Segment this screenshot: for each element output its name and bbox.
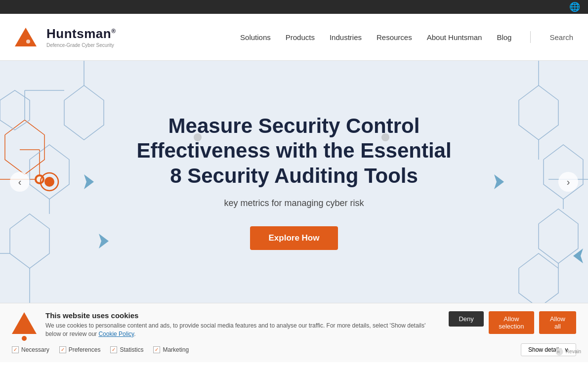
hero-section: Measure Security Control Effectiveness w…: [0, 61, 588, 303]
statistics-checkbox[interactable]: ✓: [110, 346, 117, 353]
logo-text: Huntsman® Defence-Grade Cyber Security: [46, 26, 116, 48]
cookie-text-area: This website uses cookies We use cookies…: [45, 311, 440, 338]
svg-point-24: [44, 177, 54, 187]
svg-marker-19: [494, 174, 504, 189]
statistics-label: Statistics: [120, 346, 143, 353]
nav-divider: [530, 31, 531, 43]
cookie-statistics-check: ✓ Statistics: [110, 346, 143, 353]
logo-triangle-icon: [15, 28, 37, 46]
cookie-title: This website uses cookies: [45, 311, 440, 320]
navbar: Huntsman® Defence-Grade Cyber Security S…: [0, 14, 588, 61]
nav-resources[interactable]: Resources: [377, 33, 412, 41]
marketing-checkbox[interactable]: ✓: [153, 346, 160, 353]
cookie-policy-link[interactable]: Cookie Policy: [98, 331, 134, 337]
nav-about[interactable]: About Huntsman: [427, 33, 482, 41]
svg-marker-11: [84, 174, 94, 189]
cookie-allow-all-button[interactable]: Allow all: [539, 311, 576, 334]
cookie-necessary-check: ✓ Necessary: [12, 346, 49, 353]
svg-marker-12: [99, 234, 109, 248]
hero-title: Measure Security Control Effectiveness w…: [131, 114, 457, 188]
nav-solutions[interactable]: Solutions: [240, 33, 271, 41]
revain-badge: R Revain: [555, 347, 581, 356]
nav-products[interactable]: Products: [286, 33, 315, 41]
cookie-description: We use cookies to personalise content an…: [45, 322, 440, 338]
necessary-label: Necessary: [21, 346, 49, 353]
cookie-deny-button[interactable]: Deny: [449, 311, 483, 327]
cookie-banner: This website uses cookies We use cookies…: [0, 303, 588, 362]
necessary-checkbox[interactable]: ✓: [12, 346, 19, 353]
globe-icon[interactable]: 🌐: [569, 1, 580, 12]
cookie-buttons: Deny Allow selection Allow all: [449, 311, 576, 334]
cookie-marketing-check: ✓ Marketing: [153, 346, 189, 353]
preferences-label: Preferences: [69, 346, 101, 353]
carousel-next-button[interactable]: ›: [558, 172, 578, 192]
logo-tagline: Defence-Grade Cyber Security: [46, 42, 116, 48]
cookie-preferences-check: ✓ Preferences: [59, 346, 101, 353]
top-bar: 🌐: [0, 0, 588, 14]
cookie-logo-icon: [12, 312, 37, 337]
hero-content: Measure Security Control Effectiveness w…: [121, 114, 467, 250]
nav-blog[interactable]: Blog: [497, 33, 511, 41]
carousel-prev-button[interactable]: ‹: [10, 172, 30, 192]
revain-icon: R: [555, 347, 564, 356]
nav-industries[interactable]: Industries: [330, 33, 362, 41]
preferences-checkbox[interactable]: ✓: [59, 346, 66, 353]
logo-area[interactable]: Huntsman® Defence-Grade Cyber Security: [15, 26, 116, 48]
cookie-allow-selection-button[interactable]: Allow selection: [489, 311, 534, 334]
search-link[interactable]: Search: [549, 33, 573, 41]
cookie-top-area: This website uses cookies We use cookies…: [12, 311, 576, 338]
revain-label: Revain: [566, 349, 581, 354]
logo-brand-name: Huntsman®: [46, 26, 116, 41]
hero-subtitle: key metrics for managing cyber risk: [131, 198, 457, 208]
nav-links: Solutions Products Industries Resources …: [240, 31, 573, 43]
svg-text:R: R: [557, 350, 560, 354]
explore-how-button[interactable]: Explore How: [250, 226, 338, 250]
marketing-label: Marketing: [163, 346, 189, 353]
logo-dot: [26, 40, 30, 43]
cookie-bottom-area: ✓ Necessary ✓ Preferences ✓ Statistics ✓…: [12, 343, 576, 356]
